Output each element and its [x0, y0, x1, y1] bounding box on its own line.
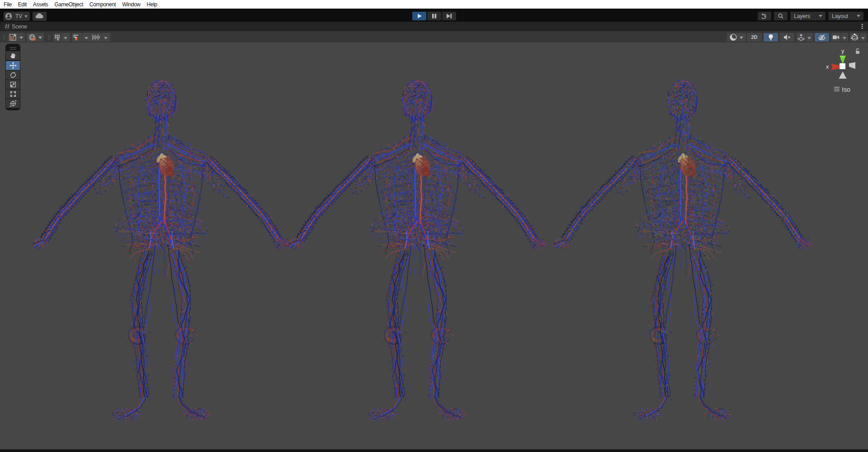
svg-text:Iso: Iso: [842, 86, 850, 93]
svg-text:x: x: [826, 63, 829, 70]
svg-text:TV: TV: [15, 13, 22, 19]
svg-text:Y: Y: [57, 38, 60, 42]
svg-text:y: y: [841, 47, 844, 54]
